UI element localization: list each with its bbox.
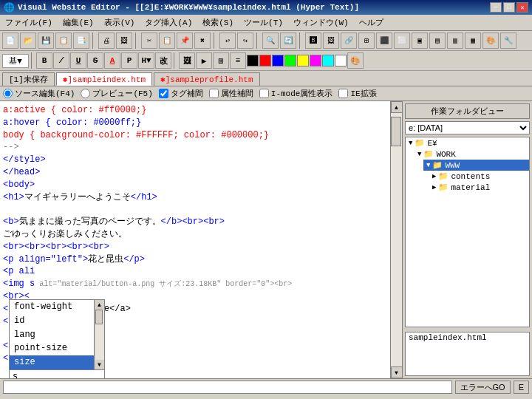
color3-button[interactable] [272, 55, 284, 66]
drive-select[interactable]: e: [DATA] [405, 121, 530, 134]
tree-item-www[interactable]: ▼ 📁 WWW [423, 160, 529, 171]
delete-button[interactable]: ✖ [194, 33, 211, 49]
tree-item-work[interactable]: ▼ 📁 WORK [415, 149, 529, 160]
autocomplete-item-point-size[interactable]: point-size [10, 341, 94, 355]
status-input[interactable] [3, 381, 452, 394]
editor-scrollbar[interactable]: ▲ ▼ [390, 101, 402, 378]
link-button[interactable]: 🔗 [341, 33, 357, 49]
insert5-button[interactable]: ▥ [447, 33, 463, 49]
source-edit-radio[interactable]: ソース編集(F4) [3, 88, 75, 99]
nav-button[interactable]: E [514, 381, 529, 394]
insert4-button[interactable]: ▤ [429, 33, 446, 49]
print-button[interactable]: 🖨 [98, 33, 115, 49]
minimize-button[interactable]: ─ [490, 2, 502, 13]
color1-button[interactable] [247, 55, 259, 66]
insert3-button[interactable]: ▣ [412, 33, 428, 49]
close-button[interactable]: ✕ [516, 2, 528, 13]
color-picker-button[interactable]: 🎨 [347, 52, 364, 69]
replace-button[interactable]: 🔄 [280, 33, 296, 49]
img-insert-button[interactable]: 🖼 [179, 52, 195, 69]
tree-item-e[interactable]: ▼ 📁 E¥ [406, 137, 529, 149]
tag-complete-checkbox[interactable]: タグ補間 [159, 88, 203, 99]
table-fmt-button[interactable]: ⊞ [213, 52, 229, 69]
autocomplete-scroll-up[interactable]: ▲ [97, 300, 102, 310]
table-button[interactable]: ⊞ [358, 33, 375, 49]
img-button[interactable]: 🖼 [323, 33, 339, 49]
scroll-track[interactable] [391, 113, 403, 366]
autocomplete-dropdown[interactable]: font-weight id lang point-size size ▲ ▼ [9, 299, 105, 378]
print-preview-button[interactable]: 🖼 [116, 33, 132, 49]
autocomplete-item-font-weight[interactable]: font-weight [10, 300, 94, 314]
bold-button[interactable]: B [36, 52, 52, 69]
attr-complete-input[interactable] [209, 89, 219, 98]
menu-tools[interactable]: ツール(T) [242, 16, 285, 29]
menu-edit[interactable]: 編集(E) [61, 16, 96, 29]
menu-help[interactable]: ヘルプ [357, 16, 386, 29]
ie-expand-checkbox[interactable]: IE拡張 [338, 88, 376, 99]
tag-complete-input[interactable] [159, 89, 168, 98]
paste-button[interactable]: 📌 [177, 33, 193, 49]
tab-sampleindex[interactable]: ✱]sampleindex.htm [56, 72, 152, 86]
undo-button[interactable]: ↩ [219, 33, 236, 49]
save-button[interactable]: 💾 [38, 33, 54, 49]
autocomplete-item-id[interactable]: id [10, 314, 94, 328]
autocomplete-text-input[interactable] [13, 371, 101, 378]
tab-unsaved[interactable]: [1]未保存 [2, 72, 55, 86]
menu-window[interactable]: ウィンドウ(W) [291, 16, 351, 29]
search-button[interactable]: 🔍 [262, 33, 279, 49]
open-button[interactable]: 📂 [20, 33, 36, 49]
insert2-button[interactable]: ⬜ [394, 33, 410, 49]
attr-complete-checkbox[interactable]: 属性補間 [209, 88, 253, 99]
bold-img-button[interactable]: 🅱 [305, 33, 321, 49]
editor-area[interactable]: a:active { color: #ff0000;} a:hover { co… [0, 101, 403, 378]
insert8-button[interactable]: 🔧 [500, 33, 516, 49]
autocomplete-item-size[interactable]: size [10, 355, 94, 369]
tree-item-contents[interactable]: ▶ 📁 contents [406, 171, 529, 182]
autocomplete-input-area[interactable] [10, 369, 104, 378]
file-item-sampleindex[interactable]: sampleindex.html [406, 332, 529, 343]
scroll-down-arrow[interactable]: ▼ [391, 366, 403, 378]
strikethrough-button[interactable]: S [87, 52, 103, 69]
color5-button[interactable] [297, 55, 309, 66]
cut-button[interactable]: ✂ [141, 33, 157, 49]
copy-button[interactable]: 📋 [159, 33, 175, 49]
menu-file[interactable]: ファイル(F) [3, 16, 55, 29]
br-button[interactable]: 改 [155, 52, 171, 69]
tab-sampleprofile[interactable]: ✱]sampleprofile.htm [154, 72, 259, 86]
scroll-up-arrow[interactable]: ▲ [391, 101, 403, 113]
color2-button[interactable] [259, 55, 271, 66]
menu-search[interactable]: 検索(S) [200, 16, 236, 29]
list-button[interactable]: ≡ [230, 52, 246, 69]
color7-button[interactable] [322, 55, 334, 66]
insert7-button[interactable]: 🎨 [482, 33, 499, 49]
saveas-button[interactable]: 📋 [55, 33, 72, 49]
menu-view[interactable]: 表示(V) [102, 16, 137, 29]
heading-button[interactable]: H▼ [138, 52, 154, 69]
tree-item-material[interactable]: ▶ 📁 material [406, 182, 529, 193]
ie-expand-input[interactable] [338, 89, 348, 98]
p-tag-button[interactable]: P [121, 52, 137, 69]
scroll-thumb[interactable] [391, 117, 401, 146]
preview-radio[interactable]: プレビュー(F5) [81, 88, 152, 99]
underline-button[interactable]: U [70, 52, 86, 69]
imode-input[interactable] [259, 89, 269, 98]
color6-button[interactable] [310, 55, 321, 66]
menu-tag-insert[interactable]: タグ挿入(A) [143, 16, 194, 29]
source-edit-input[interactable] [3, 89, 13, 98]
preview-input[interactable] [81, 89, 90, 98]
autocomplete-item-lang[interactable]: lang [10, 328, 94, 342]
color-button[interactable]: A [104, 52, 120, 69]
editor-content[interactable]: a:active { color: #ff0000;} a:hover { co… [0, 101, 402, 378]
color4-button[interactable] [284, 55, 296, 66]
insert6-button[interactable]: ▦ [465, 33, 481, 49]
format-style-dropdown[interactable]: 基▼ [2, 54, 29, 68]
new-button[interactable]: 📄 [2, 33, 18, 49]
save-all-button[interactable]: 📑 [73, 33, 89, 49]
imode-checkbox[interactable]: I-mode属性表示 [259, 88, 333, 99]
insert1-button[interactable]: ⬛ [376, 33, 392, 49]
color8-button[interactable] [335, 55, 347, 66]
maximize-button[interactable]: □ [503, 2, 515, 13]
folder-tree[interactable]: ▼ 📁 E¥ ▼ 📁 WORK ▼ 📁 WWW ▶ 📁 contents ▶ [405, 137, 530, 327]
file-list[interactable]: sampleindex.html [405, 332, 530, 376]
redo-button[interactable]: ↪ [237, 33, 253, 49]
